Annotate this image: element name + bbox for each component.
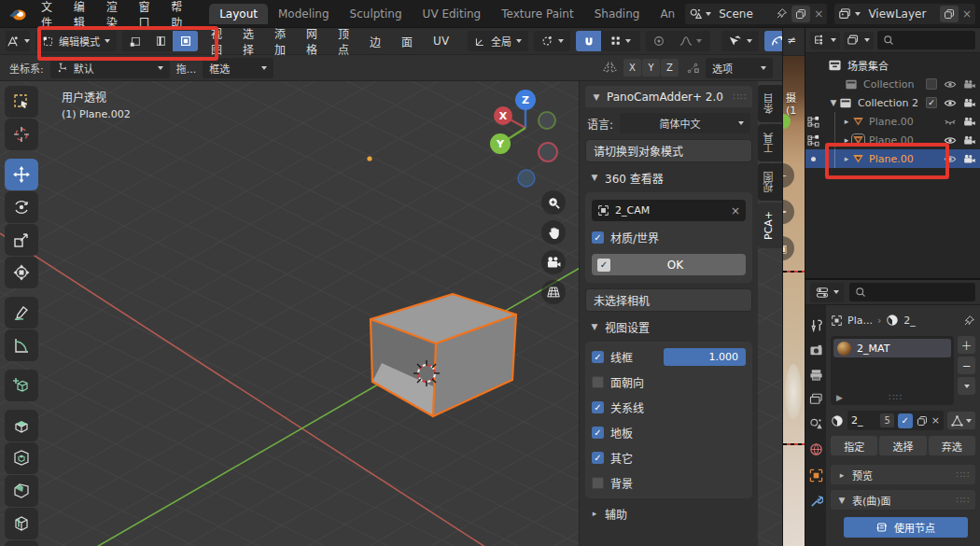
properties-editor-type-button[interactable] bbox=[810, 283, 844, 302]
unlink-material-icon[interactable]: × bbox=[931, 414, 940, 427]
workspace-tab-sculpting[interactable]: Sculpting bbox=[340, 4, 413, 24]
menu-face[interactable]: 面 bbox=[394, 28, 420, 54]
tool-extrude[interactable] bbox=[5, 410, 38, 441]
tool-loop-cut[interactable] bbox=[5, 508, 38, 539]
other-checkbox[interactable]: ✓ bbox=[592, 452, 604, 464]
node-tree-button[interactable] bbox=[947, 412, 975, 429]
copy-icon[interactable] bbox=[917, 415, 928, 427]
strip-camera-button[interactable]: ▣ bbox=[783, 236, 794, 260]
pin-icon[interactable] bbox=[776, 7, 788, 20]
strip-zoom-button[interactable]: ＋ bbox=[783, 163, 794, 188]
tool-annotate[interactable] bbox=[5, 297, 38, 329]
menu-view[interactable]: 视图 bbox=[203, 28, 230, 54]
tool-move[interactable] bbox=[5, 159, 38, 190]
outliner-display-mode[interactable] bbox=[810, 32, 840, 49]
viewlayer-dropdown-caret[interactable] bbox=[855, 12, 861, 16]
view-settings-header[interactable]: ▼ 视图设置 bbox=[585, 317, 752, 336]
assist-section-header[interactable]: ▸ 辅助 bbox=[585, 504, 752, 523]
tab-pca[interactable]: PCA+ bbox=[758, 203, 782, 248]
editor-type-button[interactable] bbox=[6, 31, 30, 51]
tool-tab-icon[interactable] bbox=[809, 318, 823, 332]
expand-icon[interactable]: ▸ bbox=[841, 117, 852, 126]
falloff-selector[interactable] bbox=[671, 31, 710, 51]
outliner-row-plane-1[interactable]: ▸ Plane.00 bbox=[805, 112, 980, 131]
viewlayer-remove-icon[interactable]: × bbox=[962, 7, 972, 21]
scene-unlink-icon[interactable]: × bbox=[814, 7, 823, 21]
use-nodes-button[interactable]: 使用节点 bbox=[844, 517, 968, 538]
breadcrumb-material[interactable]: 2_ bbox=[903, 315, 916, 327]
clear-camera-icon[interactable]: × bbox=[731, 204, 740, 217]
strip-pan-button[interactable]: ✛ bbox=[783, 200, 794, 224]
tab-item[interactable]: 条目 bbox=[758, 85, 782, 122]
pan-button[interactable] bbox=[541, 220, 566, 245]
menu-window[interactable]: 窗口 bbox=[131, 0, 163, 27]
slot-specials-button[interactable] bbox=[958, 377, 975, 395]
menu-render[interactable]: 渲染 bbox=[99, 0, 132, 27]
slot-expand-icon[interactable]: ▶ bbox=[836, 393, 843, 402]
output-tab-icon[interactable] bbox=[809, 369, 823, 381]
tool-add-cube[interactable] bbox=[5, 370, 38, 401]
pivot-point-selector[interactable] bbox=[534, 31, 570, 51]
menu-help[interactable]: 帮助 bbox=[163, 0, 196, 27]
relationship-lines-checkbox[interactable]: ✓ bbox=[592, 401, 604, 413]
ok-button[interactable]: ✓ OK bbox=[592, 254, 746, 275]
camera-visibility-icon[interactable] bbox=[963, 117, 976, 127]
workspace-tab-texture-paint[interactable]: Texture Paint bbox=[491, 4, 583, 24]
workspace-tab-modeling[interactable]: Modeling bbox=[268, 4, 340, 24]
orthographic-toggle-button[interactable] bbox=[541, 280, 566, 304]
face-select-button[interactable] bbox=[173, 31, 198, 51]
pin-icon[interactable] bbox=[963, 315, 975, 327]
options-dropdown[interactable]: 选项 bbox=[706, 58, 773, 78]
material-slot-active[interactable]: 2_MAT bbox=[833, 339, 951, 357]
outliner-filter-button[interactable] bbox=[844, 32, 874, 49]
tool-knife[interactable] bbox=[5, 540, 38, 546]
tab-view[interactable]: 视图 bbox=[758, 163, 782, 201]
panel-grip[interactable]: ∷∷ bbox=[733, 91, 747, 102]
outliner-row-collection-2[interactable]: ▼ Collection 2 ✓ bbox=[805, 93, 980, 112]
light-origin-dot[interactable] bbox=[367, 156, 371, 161]
gizmo-minus-x-axis[interactable] bbox=[539, 143, 557, 161]
add-slot-button[interactable]: ＋ bbox=[958, 336, 975, 354]
expand-icon[interactable]: ▸ bbox=[841, 135, 852, 145]
hide-eye-icon[interactable] bbox=[944, 135, 957, 146]
select-button[interactable]: 选择 bbox=[879, 436, 926, 455]
proportional-edit-button[interactable] bbox=[646, 31, 671, 51]
mirror-y-button[interactable]: Y bbox=[642, 59, 660, 77]
material-world-checkbox[interactable]: ✓ bbox=[592, 231, 604, 244]
outliner-row-plane-3-selected[interactable]: ▸ Plane.00 bbox=[805, 149, 980, 168]
workspace-tab-shading[interactable]: Shading bbox=[584, 4, 651, 24]
preview-panel-header[interactable]: ▸ 预览 ∷∷ bbox=[831, 465, 975, 484]
viewlayer-tab-icon[interactable] bbox=[809, 393, 823, 405]
switch-mode-button[interactable]: 请切换到对象模式 bbox=[585, 139, 752, 162]
collection-2-expand-icon[interactable]: ▼ bbox=[828, 98, 839, 107]
navigation-gizmo[interactable]: Z X Y bbox=[483, 87, 577, 191]
properties-search-field[interactable] bbox=[849, 283, 975, 301]
menu-file[interactable]: 文件 bbox=[34, 0, 66, 27]
workspace-tab-layout[interactable]: Layout bbox=[209, 4, 268, 24]
tool-select-box[interactable] bbox=[5, 86, 38, 118]
scene-copy-button[interactable] bbox=[791, 6, 810, 22]
menu-add[interactable]: 添加 bbox=[267, 28, 293, 54]
addon-panel-header[interactable]: ▼ PanoCamAdder+ 2.0 ∷∷ bbox=[585, 86, 752, 107]
coord-system-selector[interactable]: 默认 bbox=[50, 58, 170, 78]
closed-eye-icon[interactable] bbox=[944, 117, 957, 127]
viewlayer-copy-button[interactable] bbox=[940, 6, 959, 22]
tool-measure[interactable] bbox=[5, 329, 38, 361]
workspace-tab-animation[interactable]: An bbox=[650, 4, 685, 24]
secondary-viewport-content[interactable]: 摄 (1 ＋ ✛ ▣ bbox=[783, 56, 805, 546]
snap-toggle-button[interactable] bbox=[576, 31, 601, 51]
scene-dropdown-caret[interactable] bbox=[706, 12, 711, 16]
drag-mode-selector[interactable]: 框选 bbox=[203, 58, 273, 78]
hide-eye-icon[interactable] bbox=[944, 79, 957, 90]
mirror-icon[interactable] bbox=[602, 61, 618, 75]
camera-visibility-icon[interactable] bbox=[963, 98, 976, 108]
tool-bevel[interactable] bbox=[5, 475, 38, 507]
floor-checkbox[interactable]: ✓ bbox=[592, 427, 604, 439]
users-count-badge[interactable]: 5 bbox=[880, 413, 893, 427]
tab-tool[interactable]: 工具 bbox=[758, 124, 782, 161]
panel-grip[interactable]: ∷∷ bbox=[956, 469, 970, 480]
viewlayer-name[interactable]: ViewLayer bbox=[864, 7, 936, 21]
panel-grip[interactable]: ∷∷ bbox=[956, 495, 970, 505]
language-selector[interactable]: 简体中文 bbox=[620, 113, 750, 133]
menu-uv[interactable]: UV bbox=[426, 28, 456, 54]
